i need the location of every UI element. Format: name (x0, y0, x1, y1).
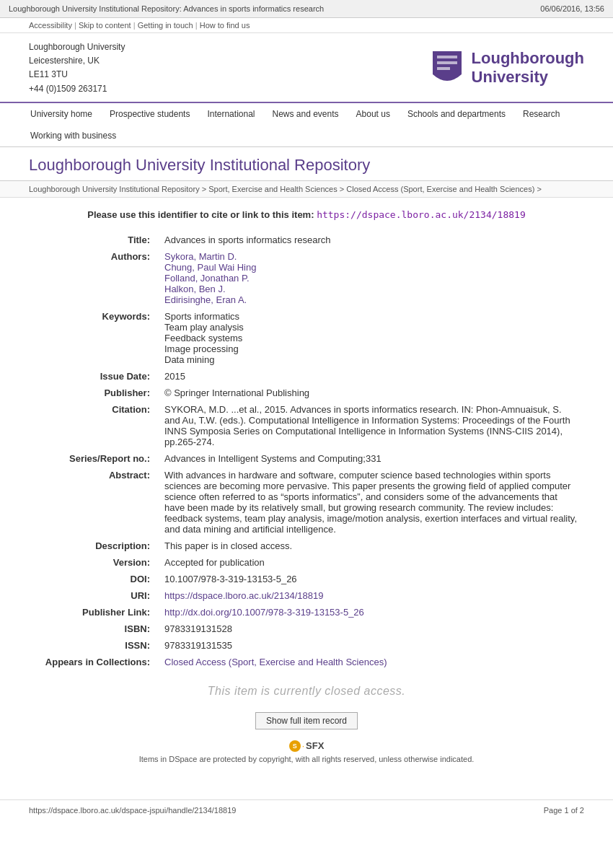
site-header: Loughborough University Leicestershire, … (0, 33, 613, 102)
getting-in-touch-link[interactable]: Getting in touch (138, 21, 193, 30)
table-row: Description: This paper is in closed acc… (29, 538, 584, 554)
collections-link[interactable]: Closed Access (Sport, Exercise and Healt… (164, 657, 387, 667)
cite-url[interactable]: https://dspace.lboro.ac.uk/2134/18819 (317, 209, 526, 220)
university-logo-text[interactable]: Loughborough University (472, 49, 584, 87)
title-label: Title: (29, 232, 159, 248)
svg-rect-2 (437, 67, 450, 70)
author-link-3[interactable]: Folland, Jonathan P. (164, 273, 250, 284)
keywords-value: Sports informatics Team play analysis Fe… (159, 308, 584, 368)
cite-label: Please use this identifier to cite or li… (87, 209, 314, 220)
closed-access-notice: This item is currently closed access. (29, 685, 584, 698)
nav-about-us[interactable]: About us (348, 103, 399, 125)
isbn-label: ISBN: (29, 621, 159, 637)
author-link-1[interactable]: Sykora, Martin D. (164, 251, 237, 262)
version-value: Accepted for publication (159, 554, 584, 571)
publisher-link-label: Publisher Link: (29, 604, 159, 621)
table-row: Series/Report no.: Advances in Intellige… (29, 450, 584, 467)
logo-line2: University (472, 68, 584, 87)
sfx-circle-icon: S (289, 740, 301, 752)
page-title-section: Loughborough University Institutional Re… (0, 147, 613, 181)
address-line3: LE11 3TU (29, 68, 125, 82)
citation-value: SYKORA, M.D. ...et al., 2015. Advances i… (159, 401, 584, 450)
issn-value: 9783319131535 (159, 637, 584, 654)
abstract-value: With advances in hardware and software, … (159, 467, 584, 538)
table-row: Appears in Collections: Closed Access (S… (29, 654, 584, 670)
citation-label: Citation: (29, 401, 159, 450)
author-link-4[interactable]: Halkon, Ben J. (164, 284, 226, 294)
version-label: Version: (29, 554, 159, 571)
sfx-separator: · (302, 741, 304, 751)
description-label: Description: (29, 538, 159, 554)
issue-date-label: Issue Date: (29, 368, 159, 385)
address-line1: Loughborough University (29, 40, 125, 54)
title-value: Advances in sports informatics research (159, 232, 584, 248)
nav-working-with-business[interactable]: Working with business (22, 125, 125, 146)
nav-research[interactable]: Research (514, 103, 568, 125)
page-footer: https://dspace.lboro.ac.uk/dspace-jspui/… (0, 799, 613, 820)
authors-value: Sykora, Martin D. Chung, Paul Wai Hing F… (159, 248, 584, 308)
main-navigation: University home Prospective students Int… (0, 102, 613, 147)
nav-prospective-students[interactable]: Prospective students (101, 103, 198, 125)
publisher-link-value: http://dx.doi.org/10.1007/978-3-319-1315… (159, 604, 584, 621)
table-row: Abstract: With advances in hardware and … (29, 467, 584, 538)
breadcrumb: Loughborough University Institutional Re… (0, 181, 613, 198)
issn-label: ISSN: (29, 637, 159, 654)
nav-news-events[interactable]: News and events (263, 103, 347, 125)
address-line2: Leicestershire, UK (29, 54, 125, 68)
breadcrumb-repo-link[interactable]: Loughborough University Institutional Re… (29, 185, 200, 193)
cite-banner: Please use this identifier to cite or li… (29, 209, 584, 220)
series-label: Series/Report no.: (29, 450, 159, 467)
description-value: This paper is in closed access. (159, 538, 584, 554)
metadata-table: Title: Advances in sports informatics re… (29, 232, 584, 670)
uri-value: https://dspace.lboro.ac.uk/2134/18819 (159, 587, 584, 604)
accessibility-bar: Accessibility | Skip to content | Gettin… (0, 18, 613, 33)
show-full-btn-container: Show full item record (29, 712, 584, 729)
publisher-link[interactable]: http://dx.doi.org/10.1007/978-3-319-1315… (164, 607, 364, 618)
sfx-text: SFX (306, 740, 324, 751)
table-row: Publisher: © Springer International Publ… (29, 385, 584, 401)
how-to-find-us-link[interactable]: How to find us (200, 21, 250, 30)
table-row: DOI: 10.1007/978-3-319-13153-5_26 (29, 571, 584, 587)
uri-link[interactable]: https://dspace.lboro.ac.uk/2134/18819 (164, 590, 323, 601)
doi-value: 10.1007/978-3-319-13153-5_26 (159, 571, 584, 587)
show-full-item-button[interactable]: Show full item record (255, 712, 358, 729)
publisher-label: Publisher: (29, 385, 159, 401)
accessibility-link[interactable]: Accessibility (29, 21, 72, 30)
address-block: Loughborough University Leicestershire, … (29, 40, 125, 96)
svg-rect-1 (437, 61, 457, 64)
doi-label: DOI: (29, 571, 159, 587)
breadcrumb-closed-link[interactable]: Closed Access (Sport, Exercise and Healt… (346, 185, 534, 193)
browser-title-bar: Loughborough University Institutional Re… (0, 0, 613, 18)
table-row: Title: Advances in sports informatics re… (29, 232, 584, 248)
keywords-label: Keywords: (29, 308, 159, 368)
logo-block: Loughborough University (430, 48, 584, 87)
table-row: ISBN: 9783319131528 (29, 621, 584, 637)
table-row: Keywords: Sports informatics Team play a… (29, 308, 584, 368)
issue-date-value: 2015 (159, 368, 584, 385)
nav-university-home[interactable]: University home (22, 103, 101, 125)
table-row: Authors: Sykora, Martin D. Chung, Paul W… (29, 248, 584, 308)
table-row: Issue Date: 2015 (29, 368, 584, 385)
collections-value: Closed Access (Sport, Exercise and Healt… (159, 654, 584, 670)
sfx-logo: S · SFX (289, 740, 325, 752)
author-link-5[interactable]: Edirisinghe, Eran A. (164, 294, 247, 305)
university-shield-icon (430, 48, 464, 87)
skip-to-content-link[interactable]: Skip to content (79, 21, 131, 30)
logo-line1: Loughborough (472, 49, 584, 68)
table-row: Citation: SYKORA, M.D. ...et al., 2015. … (29, 401, 584, 450)
table-row: URI: https://dspace.lboro.ac.uk/2134/188… (29, 587, 584, 604)
authors-label: Authors: (29, 248, 159, 308)
browser-title: Loughborough University Institutional Re… (9, 4, 324, 13)
uri-label: URI: (29, 587, 159, 604)
sfx-section: S · SFX Items in DSpace are protected by… (29, 740, 584, 763)
nav-schools-departments[interactable]: Schools and departments (399, 103, 514, 125)
nav-international[interactable]: International (198, 103, 263, 125)
browser-datetime: 06/06/2016, 13:56 (540, 4, 604, 13)
footer-url[interactable]: https://dspace.lboro.ac.uk/dspace-jspui/… (29, 806, 236, 815)
page-title: Loughborough University Institutional Re… (29, 156, 584, 175)
table-row: ISSN: 9783319131535 (29, 637, 584, 654)
isbn-value: 9783319131528 (159, 621, 584, 637)
breadcrumb-sport-link[interactable]: Sport, Exercise and Health Sciences (208, 185, 338, 193)
main-content: Please use this identifier to cite or li… (0, 198, 613, 785)
author-link-2[interactable]: Chung, Paul Wai Hing (164, 262, 256, 273)
